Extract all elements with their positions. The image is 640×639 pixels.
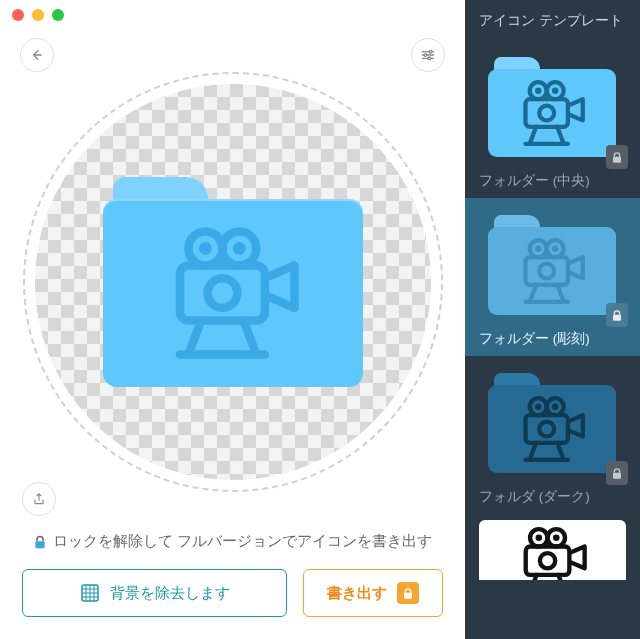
camera-icon (517, 236, 587, 306)
export-lock-badge (397, 582, 419, 604)
lock-icon (606, 303, 628, 327)
template-folder-center[interactable]: フォルダー (中央) (465, 40, 640, 198)
lock-icon (606, 145, 628, 169)
camera-icon (163, 223, 303, 363)
close-dot[interactable] (12, 9, 24, 21)
remove-bg-label: 背景を除去します (110, 584, 230, 603)
camera-icon (517, 78, 587, 148)
export-label: 書き出す (327, 584, 387, 603)
zoom-dot[interactable] (52, 9, 64, 21)
camera-icon (517, 394, 587, 464)
export-button[interactable]: 書き出す (303, 569, 443, 617)
template-label: フォルダー (彫刻) (479, 330, 626, 348)
share-button[interactable] (22, 482, 56, 516)
template-folder-dark[interactable]: フォルダ (ダーク) (465, 356, 640, 514)
template-folder-engrave[interactable]: フォルダー (彫刻) (465, 198, 640, 356)
template-next-peek[interactable] (465, 514, 640, 580)
share-icon (32, 491, 46, 507)
preview-icon[interactable] (103, 177, 363, 387)
minimize-dot[interactable] (32, 9, 44, 21)
template-label: フォルダ (ダーク) (479, 488, 626, 506)
unlock-text: ロックを解除して フルバージョンでアイコンを書き出す (53, 532, 432, 551)
sidebar-title: アイコン テンプレート (465, 0, 640, 40)
template-sidebar: アイコン テンプレート フォルダー (中央) フォルダー (彫刻) (465, 0, 640, 639)
remove-bg-button[interactable]: 背景を除去します (22, 569, 287, 617)
transparency-checker (35, 84, 431, 480)
window-titlebar (0, 0, 465, 30)
preview-mask (23, 72, 443, 492)
lock-icon (33, 534, 47, 550)
lock-icon (606, 461, 628, 485)
camera-icon (517, 524, 589, 580)
template-label: フォルダー (中央) (479, 172, 626, 190)
erase-bg-icon (80, 583, 100, 603)
unlock-caption: ロックを解除して フルバージョンでアイコンを書き出す (0, 522, 465, 569)
